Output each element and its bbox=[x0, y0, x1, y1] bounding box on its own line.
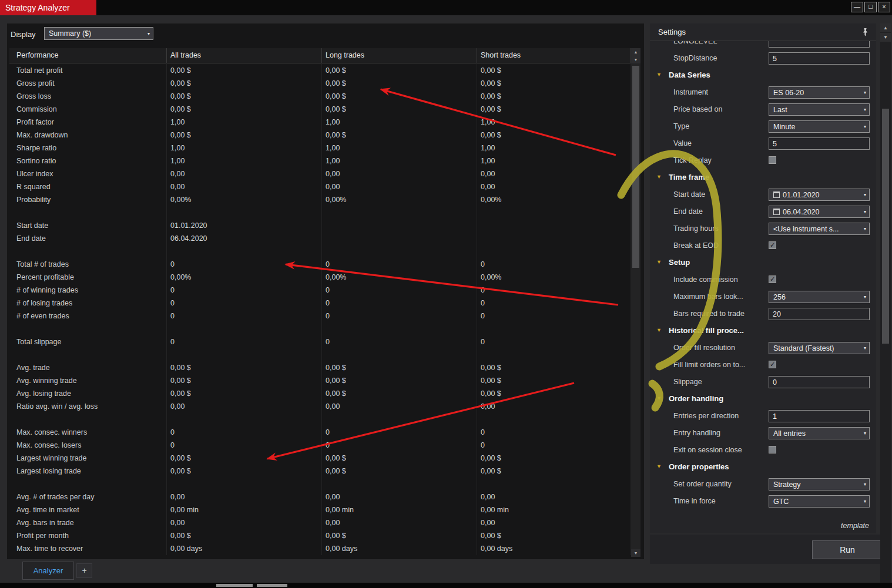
table-scrollbar-thumb[interactable] bbox=[632, 66, 639, 268]
tick-replay-checkbox[interactable] bbox=[769, 156, 776, 164]
entries-per-direction-input[interactable] bbox=[769, 410, 870, 422]
cell-value: 0,00 $ bbox=[167, 64, 322, 77]
entry-handling-dropdown[interactable]: All entries▾ bbox=[769, 427, 870, 439]
cell-value: 0 bbox=[477, 297, 631, 310]
row-label: Avg. trade bbox=[9, 361, 167, 374]
settings-row-stopdistance: StopDistance bbox=[650, 50, 876, 67]
maximize-button[interactable]: □ bbox=[864, 2, 877, 12]
cell-value: 0,00 $ bbox=[167, 77, 322, 90]
section-label: Order handling bbox=[669, 394, 723, 403]
settings-scroll-down-button[interactable]: ▼ bbox=[880, 33, 891, 42]
order-fill-resolution-selected-value: Standard (Fastest) bbox=[773, 344, 834, 352]
table-row-r-squared: R squared0,000,000,00 bbox=[9, 180, 631, 193]
row-label: Ratio avg. win / avg. loss bbox=[9, 400, 167, 413]
cell-value: 0 bbox=[477, 426, 631, 439]
row-label: Max. drawdown bbox=[9, 129, 167, 142]
chevron-down-icon[interactable]: ▼ bbox=[656, 327, 662, 333]
row-label: Sharpe ratio bbox=[9, 142, 167, 154]
minimize-button[interactable]: — bbox=[851, 2, 863, 12]
table-row-ulcer-index: Ulcer index0,000,000,00 bbox=[9, 167, 631, 180]
chevron-down-icon[interactable]: ▼ bbox=[656, 72, 662, 78]
exit-on-session-close-checkbox[interactable] bbox=[769, 446, 776, 453]
settings-scrollbar-thumb[interactable] bbox=[882, 109, 889, 344]
settings-section-setup[interactable]: ▼Setup bbox=[650, 254, 876, 271]
scroll-down-button[interactable]: ▼ bbox=[631, 56, 641, 63]
set-order-quantity-value: Strategy▾ bbox=[769, 478, 870, 490]
settings-row-longlevel: LONGLEVEL bbox=[650, 41, 876, 50]
settings-section-order-handling[interactable]: ▼Order handling bbox=[650, 391, 876, 408]
cell-value bbox=[477, 232, 631, 245]
chevron-down-icon[interactable]: ▼ bbox=[656, 463, 662, 469]
start-date-datepicker[interactable]: 01.01.2020▾ bbox=[769, 189, 870, 201]
cell-value: 0,00 $ bbox=[322, 64, 477, 77]
type-selected-value: Minute bbox=[773, 123, 796, 131]
tab-analyzer[interactable]: Analyzer bbox=[22, 562, 74, 580]
scroll-bottom-button[interactable]: ▼ bbox=[631, 549, 641, 557]
settings-section-historical-fill-proce[interactable]: ▼Historical fill proce... bbox=[650, 322, 876, 340]
display-dropdown[interactable]: Summary ($) ▾ bbox=[44, 27, 153, 40]
close-button[interactable]: × bbox=[878, 2, 890, 12]
chevron-down-icon[interactable]: ▼ bbox=[656, 395, 662, 401]
add-tab-button[interactable]: + bbox=[76, 563, 92, 578]
cell-value: 1,00 bbox=[477, 154, 631, 167]
time-in-force-dropdown[interactable]: GTC▾ bbox=[769, 495, 870, 508]
scroll-up-button[interactable]: ▲ bbox=[631, 48, 641, 56]
cell-value: 1,00 bbox=[477, 142, 631, 154]
slippage-input[interactable] bbox=[769, 376, 870, 388]
settings-section-time-frame[interactable]: ▼Time frame bbox=[650, 169, 876, 186]
run-button[interactable]: Run bbox=[812, 540, 883, 559]
cell-value: 1,00 bbox=[322, 116, 477, 129]
table-row-start-date: Start date01.01.2020 bbox=[9, 219, 631, 232]
window-title-tab[interactable]: Strategy Analyzer bbox=[0, 0, 96, 15]
row-label bbox=[9, 206, 167, 219]
set-order-quantity-dropdown[interactable]: Strategy▾ bbox=[769, 478, 870, 490]
stopdistance-input[interactable] bbox=[769, 52, 870, 65]
settings-scroll-up-button[interactable]: ▲ bbox=[880, 23, 891, 32]
row-label: End date bbox=[9, 232, 167, 245]
table-row-total-slippage: Total slippage000 bbox=[9, 335, 631, 348]
tick-replay-value bbox=[769, 154, 870, 167]
cell-value: 0,00 $ bbox=[167, 452, 322, 465]
pin-icon[interactable] bbox=[861, 28, 869, 36]
settings-row-maximum-bars-look: Maximum bars look...256▾ bbox=[650, 288, 876, 305]
chevron-down-icon[interactable]: ▼ bbox=[656, 259, 662, 265]
end-date-datepicker[interactable]: 06.04.2020▾ bbox=[769, 206, 870, 218]
table-row-commission: Commission0,00 $0,00 $0,00 $ bbox=[9, 103, 631, 116]
settings-section-data-series[interactable]: ▼Data Series bbox=[650, 67, 876, 84]
setting-label: Value bbox=[673, 139, 692, 147]
instrument-dropdown[interactable]: ES 06-20▾ bbox=[769, 86, 870, 99]
order-fill-resolution-dropdown[interactable]: Standard (Fastest)▾ bbox=[769, 342, 870, 354]
cell-value bbox=[477, 478, 631, 490]
template-link[interactable]: template bbox=[841, 522, 869, 530]
cell-value: 0,00 $ bbox=[477, 361, 631, 374]
settings-section-order-properties[interactable]: ▼Order properties bbox=[650, 459, 876, 476]
break-at-eod-checkbox[interactable]: ✓ bbox=[769, 241, 776, 249]
longlevel-input[interactable] bbox=[769, 41, 870, 48]
setting-label: Maximum bars look... bbox=[673, 293, 743, 301]
chevron-down-icon[interactable]: ▼ bbox=[656, 174, 662, 180]
trading-hours-dropdown[interactable]: <Use instrument s...▾ bbox=[769, 223, 870, 235]
settings-row-exit-on-session-close: Exit on session close bbox=[650, 442, 876, 459]
maximum-bars-look-dropdown[interactable]: 256▾ bbox=[769, 291, 870, 303]
cell-value: 0,00 $ bbox=[322, 361, 477, 374]
price-based-on-dropdown[interactable]: Last▾ bbox=[769, 103, 870, 116]
settings-row-break-at-eod: Break at EOD✓ bbox=[650, 237, 876, 254]
table-row-probability: Probability0,00%0,00%0,00% bbox=[9, 193, 631, 206]
cell-value bbox=[477, 219, 631, 232]
settings-header: Settings bbox=[650, 23, 876, 41]
type-dropdown[interactable]: Minute▾ bbox=[769, 120, 870, 133]
cell-value: 0,00 $ bbox=[167, 361, 322, 374]
performance-table-header: PerformanceAll tradesLong tradesShort tr… bbox=[9, 48, 631, 63]
cell-value: 0 bbox=[322, 297, 477, 310]
setting-label: Entry handling bbox=[673, 429, 720, 437]
display-dropdown-value: Summary ($) bbox=[49, 29, 91, 38]
cell-value: 0,00 $ bbox=[167, 374, 322, 387]
bars-required-to-trade-input[interactable] bbox=[769, 308, 870, 320]
include-commission-checkbox[interactable]: ✓ bbox=[769, 275, 776, 283]
table-row-total-net-profit: Total net profit0,00 $0,00 $0,00 $ bbox=[9, 64, 631, 77]
cell-value: 0 bbox=[477, 310, 631, 322]
chevron-down-icon: ▾ bbox=[861, 90, 866, 95]
value-input[interactable] bbox=[769, 137, 870, 150]
fill-limit-orders-on-to-checkbox[interactable]: ✓ bbox=[769, 361, 776, 368]
row-label: Commission bbox=[9, 103, 167, 116]
